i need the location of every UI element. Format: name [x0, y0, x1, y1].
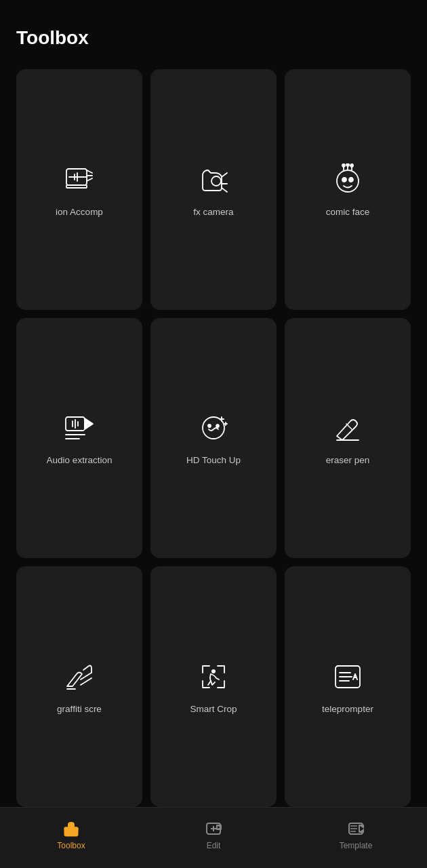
tool-card-comic-face[interactable]: comic face [285, 69, 411, 310]
tool-card-eraser-pen[interactable]: eraser pen [285, 318, 411, 559]
page-title: Toolbox [16, 27, 411, 49]
comic-face-icon [331, 163, 365, 197]
eraser-pen-icon [331, 411, 365, 445]
svg-point-6 [211, 176, 221, 186]
tool-card-audio-extraction[interactable]: Audio extraction [16, 318, 142, 559]
svg-point-10 [337, 170, 359, 192]
svg-rect-5 [66, 185, 87, 188]
music-video-icon [62, 163, 96, 197]
page-header: Toolbox [0, 0, 427, 62]
svg-marker-20 [85, 418, 93, 429]
hd-touch-up-icon [197, 411, 230, 445]
edit-nav-icon [204, 819, 223, 838]
tool-card-accompaniment[interactable]: ion Accomp [16, 69, 142, 310]
template-nav-icon [346, 819, 365, 838]
tool-label-comic-face: comic face [326, 206, 370, 218]
svg-point-16 [350, 164, 353, 167]
svg-point-25 [216, 425, 219, 427]
svg-point-35 [211, 669, 216, 673]
tool-label-audio-extraction: Audio extraction [47, 454, 113, 467]
tool-card-graffiti[interactable]: graffiti scre [16, 566, 142, 807]
tool-card-teleprompter[interactable]: teleprompter [285, 566, 411, 807]
svg-point-18 [349, 178, 353, 182]
nav-item-template[interactable]: Template [285, 819, 427, 850]
svg-line-2 [87, 170, 92, 173]
toolbox-nav-icon [62, 819, 81, 838]
tool-label-hd-touch-up: HD Touch Up [186, 454, 241, 467]
graffiti-icon [62, 660, 96, 694]
tool-card-hd-touch-up[interactable]: HD Touch Up [150, 318, 277, 559]
tool-card-smart-crop[interactable]: Smart Crop [150, 566, 277, 807]
svg-line-7 [222, 173, 227, 177]
svg-line-31 [346, 424, 352, 429]
audio-extraction-icon [62, 411, 96, 445]
tool-card-fx-camera[interactable]: fx camera [150, 69, 277, 310]
tool-label-teleprompter: teleprompter [322, 703, 373, 715]
svg-point-17 [342, 178, 346, 182]
bottom-nav: Toolbox Edit [0, 807, 427, 868]
nav-item-edit[interactable]: Edit [142, 819, 285, 850]
teleprompter-icon [331, 660, 365, 694]
tool-label-graffiti: graffiti scre [57, 703, 102, 715]
smart-crop-icon [197, 660, 230, 694]
nav-item-toolbox[interactable]: Toolbox [0, 819, 142, 850]
svg-point-12 [342, 164, 345, 167]
svg-line-4 [87, 178, 92, 181]
nav-label-toolbox: Toolbox [57, 841, 85, 850]
svg-rect-42 [69, 829, 73, 831]
tool-label-eraser-pen: eraser pen [326, 454, 370, 467]
tool-label-smart-crop: Smart Crop [190, 703, 237, 715]
svg-point-14 [346, 163, 349, 166]
nav-label-edit: Edit [207, 841, 221, 850]
fx-camera-icon [197, 163, 230, 197]
tool-label-fx-camera: fx camera [193, 206, 233, 218]
svg-point-24 [208, 425, 211, 427]
tool-label-accompaniment: ion Accomp [56, 206, 103, 218]
tools-grid: ion Accomp fx camera [0, 62, 427, 807]
nav-label-template: Template [340, 841, 373, 850]
svg-line-9 [222, 188, 227, 192]
